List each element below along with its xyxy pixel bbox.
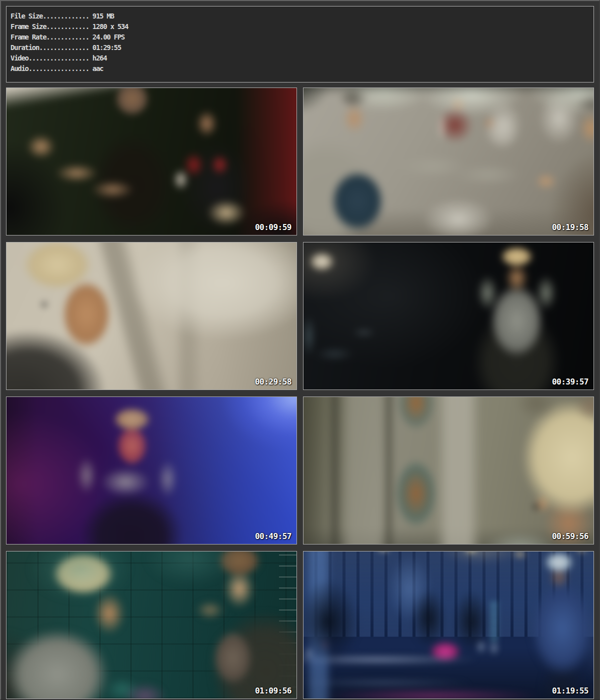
screenshot-cell: 01:09:56: [6, 551, 297, 699]
screenshot-grid: 00:09:59 00:19:58 00:29:58 00:39:57 00:4…: [6, 88, 594, 699]
movie-still-paint: [304, 552, 594, 698]
preview-sheet: File Size.............915 MB Frame Size.…: [0, 0, 600, 700]
movie-still-paint: [6, 552, 296, 698]
timestamp-overlay: 00:09:59: [255, 224, 292, 232]
dot-leader: ............: [46, 22, 89, 30]
info-label: Duration: [10, 44, 39, 52]
movie-still: [6, 242, 296, 390]
info-label: Audio: [10, 64, 28, 72]
timestamp-overlay: 00:19:58: [552, 224, 588, 232]
timestamp-overlay: 00:59:56: [552, 532, 588, 540]
screenshot-cell: 00:59:56: [303, 396, 594, 544]
info-value: 915 MB: [92, 12, 114, 20]
info-value: 24.00 FPS: [92, 33, 124, 41]
movie-still-paint: [6, 88, 296, 235]
info-label: Frame Size: [10, 22, 46, 30]
timestamp-overlay: 01:19:55: [552, 687, 588, 695]
info-value: aac: [92, 64, 103, 72]
dot-leader: .................: [28, 64, 89, 72]
file-info-row-audio: Audio.................aac: [10, 64, 594, 74]
screenshot-cell: 00:49:57: [6, 396, 297, 544]
info-label: Video: [10, 54, 28, 62]
file-info-row-video: Video.................h264: [10, 53, 594, 64]
movie-still: [304, 552, 594, 698]
screenshot-cell: 00:39:57: [303, 242, 594, 390]
info-value: 1280 x 534: [92, 22, 128, 30]
info-label: File Size: [10, 12, 42, 20]
movie-still: [6, 552, 296, 698]
file-info-row-frame-rate: Frame Rate............24.00 FPS: [10, 32, 594, 42]
file-info-row-duration: Duration..............01:29:55: [10, 42, 594, 53]
movie-still-paint: [6, 397, 296, 544]
movie-still-paint: [304, 397, 594, 544]
movie-still: [304, 397, 594, 544]
movie-still: [304, 88, 594, 235]
info-label: Frame Rate: [10, 33, 46, 41]
dot-leader: ..............: [39, 44, 89, 52]
file-info-row-frame-size: Frame Size............1280 x 534: [10, 22, 594, 32]
dot-leader: .................: [28, 54, 89, 62]
timestamp-overlay: 01:09:56: [255, 687, 292, 695]
screenshot-cell: 00:29:58: [6, 242, 297, 390]
dot-leader: ............: [46, 33, 89, 41]
info-value: h264: [92, 54, 107, 62]
screenshot-cell: 00:09:59: [6, 88, 297, 236]
timestamp-overlay: 00:29:58: [255, 378, 292, 386]
movie-still: [6, 397, 296, 544]
movie-still-paint: [6, 242, 296, 390]
timestamp-overlay: 00:39:57: [552, 378, 588, 386]
dot-leader: .............: [42, 12, 89, 20]
movie-still-paint: [304, 242, 594, 390]
screenshot-cell: 00:19:58: [303, 88, 594, 236]
screenshot-cell: 01:19:55: [303, 551, 594, 699]
movie-still-paint: [304, 88, 594, 235]
movie-still: [6, 88, 296, 235]
movie-still: [304, 242, 594, 390]
file-info-row-file-size: File Size.............915 MB: [10, 11, 594, 22]
info-value: 01:29:55: [92, 44, 121, 52]
file-info-panel: File Size.............915 MB Frame Size.…: [6, 6, 594, 82]
timestamp-overlay: 00:49:57: [255, 532, 292, 540]
